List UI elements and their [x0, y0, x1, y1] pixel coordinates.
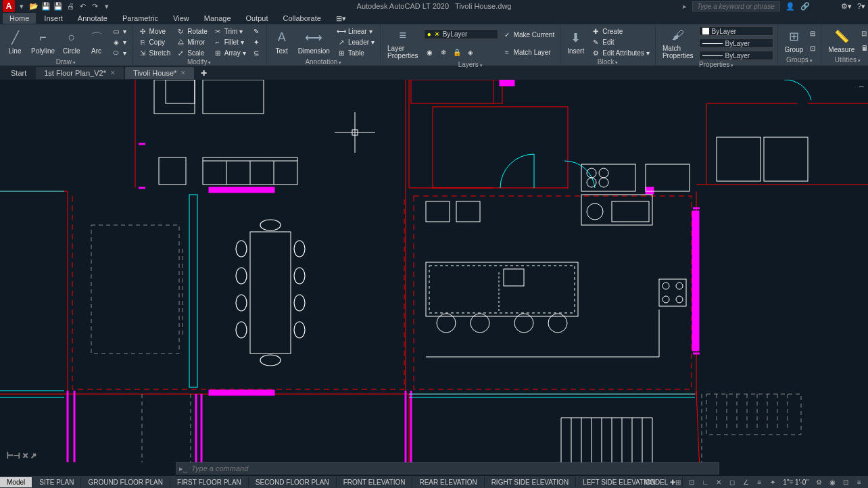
- dimension-button[interactable]: ⟷Dimension: [295, 26, 333, 58]
- layout-tab[interactable]: RIGHT SIDE ELEVATION: [485, 477, 576, 487]
- linetype-selector[interactable]: ByLayer: [699, 51, 773, 60]
- search-input[interactable]: [692, 1, 780, 11]
- select-all-icon[interactable]: ⊡: [860, 29, 868, 38]
- layout-tab[interactable]: GROUND FLOOR PLAN: [81, 477, 170, 487]
- arc-button[interactable]: ⌒Arc: [86, 26, 107, 58]
- layer-lock-icon[interactable]: 🔒: [451, 47, 463, 57]
- panel-draw-label[interactable]: Draw: [4, 58, 128, 66]
- annotation-scale[interactable]: 1"= 1'-0": [780, 479, 811, 486]
- ortho-icon[interactable]: ∟: [699, 477, 711, 487]
- tab-insert[interactable]: Insert: [37, 13, 70, 24]
- rotate-button[interactable]: ↻Rotate: [174, 26, 208, 36]
- help-icon[interactable]: ?▾: [857, 2, 865, 11]
- tab-doc-0[interactable]: 1st Floor Plan_V2*✕: [36, 67, 124, 79]
- panel-groups-label[interactable]: Groups: [782, 56, 817, 64]
- group-edit-icon[interactable]: ⊡: [809, 44, 817, 53]
- layer-properties-button[interactable]: ≡Layer Properties: [385, 26, 421, 61]
- plot-icon[interactable]: 🖨: [65, 1, 76, 11]
- create-button[interactable]: ✚Create: [589, 26, 651, 36]
- qat-dropdown-icon[interactable]: ▾: [101, 1, 112, 11]
- osnap-icon[interactable]: ◻: [726, 477, 738, 487]
- customize-icon[interactable]: ⚙▾: [841, 2, 852, 11]
- undo-icon[interactable]: ↶: [77, 1, 88, 11]
- command-input[interactable]: [191, 464, 716, 472]
- rect-icon[interactable]: ▭▾: [110, 26, 128, 36]
- otrack-icon[interactable]: ∠: [740, 477, 752, 487]
- tab-start[interactable]: Start: [3, 67, 34, 79]
- color-selector[interactable]: ByLayer: [699, 26, 773, 36]
- layer-off-icon[interactable]: ◉: [424, 47, 436, 57]
- panel-properties-label[interactable]: Properties: [660, 61, 773, 69]
- layout-tab[interactable]: REAR ELEVATION: [412, 477, 484, 487]
- tab-home[interactable]: Home: [3, 13, 36, 24]
- new-icon[interactable]: ▾: [16, 1, 27, 11]
- tab-new[interactable]: ✚: [195, 67, 212, 80]
- isolate-icon[interactable]: ◉: [826, 477, 838, 487]
- tab-view[interactable]: View: [166, 13, 196, 24]
- polar-icon[interactable]: ✕: [713, 477, 725, 487]
- tab-manage[interactable]: Manage: [197, 13, 238, 24]
- scale-button[interactable]: ⤢Scale: [174, 47, 208, 58]
- edit-attr-button[interactable]: ⚙Edit Attributes ▾: [589, 47, 651, 58]
- workspace-icon[interactable]: ⚙: [813, 477, 825, 487]
- match-layer-button[interactable]: ≈Match Layer: [501, 47, 556, 57]
- lineweight-selector[interactable]: ByLayer: [699, 39, 773, 48]
- close-icon[interactable]: ✕: [110, 70, 116, 76]
- layer-iso-icon[interactable]: ◈: [464, 47, 477, 57]
- layer-selector[interactable]: ●☀ByLayer: [424, 29, 498, 39]
- linear-button[interactable]: ⟷Linear ▾: [335, 26, 376, 36]
- tab-parametric[interactable]: Parametric: [116, 13, 165, 24]
- tab-output[interactable]: Output: [239, 13, 275, 24]
- explode-icon[interactable]: ✦: [250, 36, 262, 47]
- circle-button[interactable]: ○Circle: [60, 26, 83, 58]
- open-icon[interactable]: 📂: [28, 1, 39, 11]
- array-button[interactable]: ⊞Array ▾: [212, 47, 247, 58]
- insert-button[interactable]: ⬇Insert: [564, 26, 587, 58]
- match-properties-button[interactable]: 🖌Match Properties: [660, 26, 696, 61]
- ellipse-icon[interactable]: ⬭▾: [110, 47, 128, 58]
- panel-modify-label[interactable]: Modify: [137, 58, 262, 66]
- panel-utilities-label[interactable]: Utilities: [825, 56, 868, 64]
- layout-tab-model[interactable]: Model: [0, 477, 32, 487]
- tab-doc-1[interactable]: Tivoli House*✕: [125, 67, 194, 79]
- drawing-canvas[interactable]: − ⊢⊣ ✕ ↗: [0, 80, 868, 462]
- saveas-icon[interactable]: 💾: [53, 1, 64, 11]
- customize-status-icon[interactable]: ≡: [853, 477, 865, 487]
- make-current-button[interactable]: ✓Make Current: [501, 29, 556, 40]
- exchange-icon[interactable]: 🔗: [800, 2, 810, 11]
- hatch-icon[interactable]: ◈▾: [110, 36, 128, 47]
- dyn-icon[interactable]: ✦: [767, 477, 779, 487]
- save-icon[interactable]: 💾: [41, 1, 51, 11]
- tab-annotate[interactable]: Annotate: [71, 13, 114, 24]
- text-button[interactable]: AText: [271, 26, 293, 58]
- tab-extra[interactable]: ⊞▾: [329, 13, 353, 24]
- mirror-button[interactable]: ⧋Mirror: [174, 36, 208, 47]
- erase-icon[interactable]: ✎: [250, 26, 262, 36]
- calc-icon[interactable]: 🖩: [860, 44, 868, 53]
- panel-annotation-label[interactable]: Annotation: [271, 58, 376, 66]
- clean-icon[interactable]: ⊡: [840, 477, 852, 487]
- lineweight-icon[interactable]: ≡: [753, 477, 765, 487]
- layout-tab[interactable]: SITE PLAN: [32, 477, 81, 487]
- layer-freeze-icon[interactable]: ❄: [437, 47, 450, 57]
- fillet-button[interactable]: ⌐Fillet ▾: [212, 36, 247, 47]
- leader-button[interactable]: ↗Leader ▾: [335, 36, 376, 47]
- measure-button[interactable]: 📏Measure: [825, 26, 857, 56]
- signin-icon[interactable]: 👤: [786, 2, 795, 11]
- panel-block-label[interactable]: Block: [564, 58, 651, 66]
- layout-tab[interactable]: FIRST FLOOR PLAN: [170, 477, 249, 487]
- grid-icon[interactable]: ⊞: [672, 477, 684, 487]
- line-button[interactable]: ╱Line: [4, 26, 26, 58]
- offset-icon[interactable]: ⊆: [250, 47, 262, 58]
- command-line[interactable]: ▸_: [176, 462, 719, 474]
- panel-layers-label[interactable]: Layers: [385, 61, 556, 69]
- tab-collaborate[interactable]: Collaborate: [276, 13, 328, 24]
- copy-button[interactable]: ⎘Copy: [137, 36, 172, 47]
- app-logo[interactable]: A: [3, 0, 15, 12]
- group-button[interactable]: ⊞Group: [782, 26, 806, 56]
- move-button[interactable]: ✣Move: [137, 26, 172, 36]
- trim-button[interactable]: ✂Trim ▾: [212, 26, 247, 36]
- edit-button[interactable]: ✎Edit: [589, 36, 651, 47]
- ungroup-icon[interactable]: ⊟: [809, 29, 817, 38]
- stretch-button[interactable]: ⇲Stretch: [137, 47, 172, 58]
